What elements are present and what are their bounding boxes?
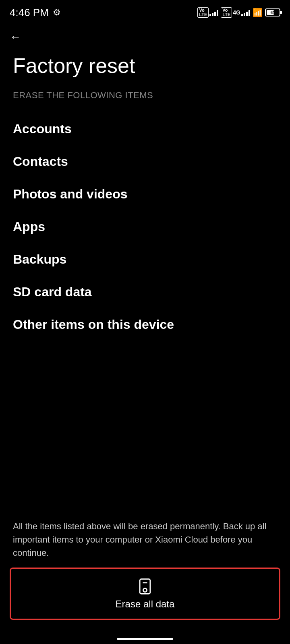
status-time-area: 4:46 PM ⚙: [10, 6, 61, 19]
bar: [246, 12, 248, 16]
bar: [214, 12, 216, 16]
erase-all-data-button[interactable]: Erase all data: [10, 568, 280, 620]
bar: [212, 13, 213, 16]
bar: [209, 14, 211, 16]
list-item-sd-card: SD card data: [0, 276, 290, 308]
volte-signal-2: VoLTE 4G: [221, 7, 250, 18]
list-item-apps: Apps: [0, 211, 290, 243]
page-title: Factory reset: [0, 47, 290, 90]
battery-icon: 61: [265, 8, 280, 17]
battery-text: 61: [266, 10, 280, 15]
svg-point-1: [143, 588, 147, 592]
bar: [241, 14, 243, 16]
disclaimer-main-text: All the items listed above will be erase…: [13, 520, 277, 559]
settings-icon: ⚙: [53, 7, 61, 18]
status-icons-area: VoLTE VoLTE 4G 📶 61: [197, 7, 280, 18]
erase-data-icon: [136, 578, 154, 595]
list-item-contacts: Contacts: [0, 145, 290, 178]
time-display: 4:46 PM: [10, 6, 49, 19]
battery-area: 61: [265, 8, 280, 17]
bar: [217, 10, 218, 16]
4g-label: 4G: [233, 9, 240, 16]
bar: [244, 13, 245, 16]
status-bar: 4:46 PM ⚙ VoLTE VoLTE 4G 📶: [0, 0, 290, 23]
erase-button-container: Erase all data: [0, 568, 290, 620]
list-item-other-items: Other items on this device: [0, 308, 290, 341]
erase-button-label: Erase all data: [116, 599, 175, 610]
list-item-photos-videos: Photos and videos: [0, 178, 290, 211]
home-indicator: [117, 638, 173, 640]
wifi-icon: 📶: [253, 8, 263, 17]
back-arrow-icon: ←: [10, 31, 21, 43]
list-item-accounts: Accounts: [0, 113, 290, 145]
signal-bars-1: [209, 9, 218, 16]
erase-items-list: Accounts Contacts Photos and videos Apps…: [0, 109, 290, 345]
list-item-backups: Backups: [0, 243, 290, 276]
volte-signal-1: VoLTE: [197, 7, 218, 18]
bar: [249, 10, 250, 16]
volte-badge-2: VoLTE: [221, 7, 232, 18]
back-button[interactable]: ←: [0, 23, 290, 47]
signal-bars-2: [241, 9, 250, 16]
section-label: ERASE THE FOLLOWING ITEMS: [0, 90, 290, 109]
volte-badge-1: VoLTE: [197, 7, 209, 18]
